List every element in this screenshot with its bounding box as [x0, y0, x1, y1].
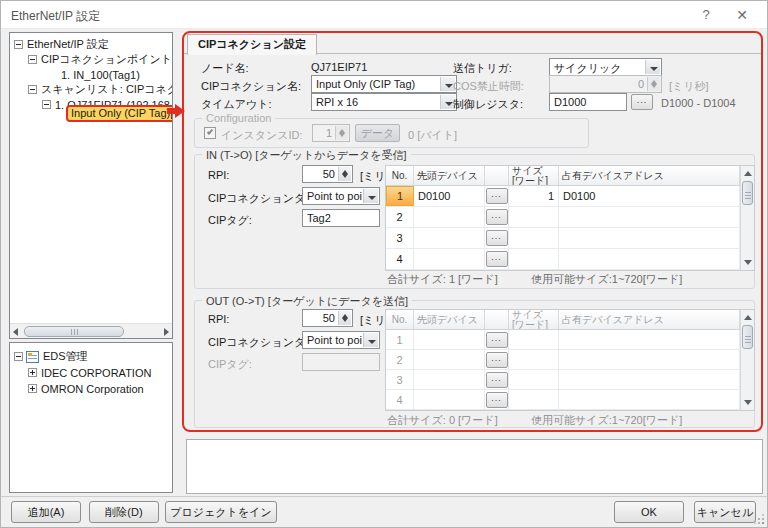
- browse-button[interactable]: ...: [486, 372, 508, 388]
- data-button: データ: [355, 124, 400, 142]
- out-cip-tag-label: CIPタグ:: [208, 357, 252, 372]
- import-project-button[interactable]: プロジェクトをインポート(I): [165, 501, 277, 523]
- size-cell[interactable]: [509, 390, 559, 409]
- collapse-icon[interactable]: [14, 352, 23, 361]
- row-number-cell[interactable]: 2: [386, 350, 414, 369]
- row-number-cell[interactable]: 4: [386, 249, 414, 269]
- size-cell[interactable]: 1: [509, 186, 559, 206]
- size-cell[interactable]: [509, 350, 559, 369]
- tab-row: CIPコネクション設定: [184, 33, 761, 54]
- scrollbar-thumb[interactable]: [24, 326, 124, 337]
- scroll-right-icon[interactable]: [164, 328, 169, 336]
- control-register-input[interactable]: D1000: [549, 93, 627, 111]
- out-rpi-spinner[interactable]: 50: [302, 309, 353, 327]
- scrollbar-thumb[interactable]: [742, 325, 753, 349]
- spin-buttons[interactable]: [338, 167, 351, 181]
- scroll-up-icon[interactable]: [744, 171, 752, 176]
- delete-button[interactable]: 削除(D): [89, 501, 159, 523]
- row-number-cell[interactable]: 1: [386, 186, 414, 206]
- instance-id-label: インスタンスID:: [221, 128, 303, 143]
- in-rpi-spinner[interactable]: 50: [302, 165, 353, 183]
- scroll-up-icon[interactable]: [744, 315, 752, 320]
- dropdown-button[interactable]: [363, 189, 378, 203]
- out-conn-type-select[interactable]: Point to point: [302, 331, 380, 349]
- chevron-down-icon: [368, 196, 376, 200]
- scroll-left-icon[interactable]: [13, 328, 18, 336]
- row-number-cell[interactable]: 3: [386, 370, 414, 389]
- device-cell[interactable]: [414, 249, 485, 269]
- row-number-cell[interactable]: 1: [386, 330, 414, 349]
- collapse-icon[interactable]: [28, 85, 37, 94]
- device-cell[interactable]: [414, 390, 485, 409]
- device-cell[interactable]: [414, 350, 485, 369]
- column-header-occupied[interactable]: 占有デバイスアドレス: [559, 310, 740, 329]
- tree-item-vendor-omron[interactable]: OMRON Corporation: [10, 381, 172, 396]
- browse-button[interactable]: ...: [486, 392, 508, 408]
- column-header-device[interactable]: 先頭デバイス: [414, 166, 485, 185]
- browse-button[interactable]: ...: [486, 352, 508, 368]
- ok-button[interactable]: OK: [614, 501, 684, 523]
- dropdown-button[interactable]: [645, 60, 660, 74]
- browse-button[interactable]: ...: [486, 332, 508, 348]
- send-trigger-select[interactable]: サイクリック: [549, 58, 662, 76]
- timeout-select[interactable]: RPI x 16: [311, 93, 457, 111]
- column-header-device[interactable]: 先頭デバイス: [414, 310, 485, 329]
- size-cell[interactable]: [509, 228, 559, 248]
- device-cell[interactable]: [414, 370, 485, 389]
- row-number-cell[interactable]: 2: [386, 207, 414, 227]
- tree-item-selected-connection[interactable]: Input Only (CIP Tag)[IN_Tag: [10, 104, 172, 122]
- in-cip-tag-input[interactable]: Tag2: [302, 209, 380, 227]
- size-cell[interactable]: [509, 370, 559, 389]
- close-icon[interactable]: ✕: [727, 4, 757, 26]
- column-header-size[interactable]: サイズ[ワード]: [509, 310, 559, 329]
- tree-item-root[interactable]: EtherNet/IP 設定: [10, 37, 172, 52]
- size-cell[interactable]: [509, 249, 559, 269]
- tab-cip-connection-settings[interactable]: CIPコネクション設定: [187, 34, 317, 55]
- scroll-down-icon[interactable]: [744, 260, 752, 265]
- column-header-browse: [485, 166, 509, 185]
- help-icon[interactable]: ?: [691, 4, 721, 26]
- row-number-cell[interactable]: 3: [386, 228, 414, 248]
- control-register-browse-button[interactable]: ...: [631, 94, 653, 110]
- conn-name-select[interactable]: Input Only (CIP Tag): [311, 75, 457, 93]
- tree-item-eds-root[interactable]: EDS管理: [10, 349, 172, 364]
- row-number-cell[interactable]: 4: [386, 390, 414, 409]
- device-cell[interactable]: [414, 228, 485, 248]
- scroll-down-icon[interactable]: [744, 400, 752, 405]
- expand-icon[interactable]: [28, 368, 37, 377]
- dropdown-button[interactable]: [363, 333, 378, 347]
- selected-connection-highlight[interactable]: Input Only (CIP Tag)[IN_Tag: [66, 105, 173, 122]
- in-conn-type-select[interactable]: Point to point: [302, 187, 380, 205]
- scrollbar-thumb[interactable]: [742, 181, 753, 205]
- tree-item-vendor-idec[interactable]: IDEC CORPORATION: [10, 365, 172, 380]
- tree-item-cip-point-1[interactable]: 1. IN_100(Tag1): [10, 67, 172, 82]
- browse-button[interactable]: ...: [486, 209, 508, 225]
- spin-buttons[interactable]: [338, 311, 351, 325]
- browse-button[interactable]: ...: [486, 188, 508, 204]
- tree-item-cip-point-list[interactable]: CIPコネクションポイントリスト: CIPコネ: [10, 52, 172, 67]
- device-cell[interactable]: [414, 207, 485, 227]
- horizontal-scrollbar[interactable]: [10, 323, 172, 338]
- collapse-icon[interactable]: [28, 55, 37, 64]
- cancel-button[interactable]: キャンセル: [694, 501, 756, 523]
- resize-grip[interactable]: [754, 514, 764, 524]
- add-button[interactable]: 追加(A): [11, 501, 81, 523]
- timeout-label: タイムアウト:: [201, 97, 272, 112]
- column-header-no[interactable]: No.: [386, 166, 414, 185]
- check-icon: [207, 128, 213, 134]
- expand-icon[interactable]: [28, 384, 37, 393]
- table-scrollbar[interactable]: [740, 166, 754, 270]
- column-header-size[interactable]: サイズ[ワード]: [509, 166, 559, 185]
- device-cell[interactable]: D0100: [414, 186, 485, 206]
- titlebar: EtherNet/IP 設定 ? ✕: [1, 1, 767, 29]
- collapse-icon[interactable]: [14, 40, 23, 49]
- column-header-no[interactable]: No.: [386, 310, 414, 329]
- table-scrollbar[interactable]: [740, 310, 754, 410]
- size-cell[interactable]: [509, 207, 559, 227]
- device-cell[interactable]: [414, 330, 485, 349]
- column-header-occupied[interactable]: 占有デバイスアドレス: [559, 166, 740, 185]
- size-cell[interactable]: [509, 330, 559, 349]
- tree-item-scan-list[interactable]: スキャンリスト: CIPコネクション数 1: [10, 82, 172, 97]
- browse-button[interactable]: ...: [486, 251, 508, 267]
- browse-button[interactable]: ...: [486, 230, 508, 246]
